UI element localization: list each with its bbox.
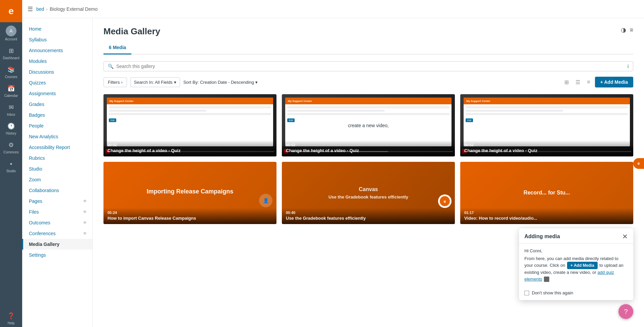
conferences-eye-icon: 👁 bbox=[83, 231, 87, 236]
nav-item-rubrics[interactable]: Rubrics bbox=[22, 153, 92, 164]
nav-item-conferences[interactable]: Conferences 👁 bbox=[22, 228, 92, 239]
help-fab-button[interactable]: ? bbox=[618, 304, 633, 319]
popup-close-button[interactable]: ✕ bbox=[622, 233, 628, 240]
media-card-1[interactable]: My Support Center Edit ● bbox=[103, 94, 276, 156]
nav-item-discussions[interactable]: Discussions bbox=[22, 67, 92, 77]
media-card-2[interactable]: My Support Center Edit ● bbox=[282, 94, 455, 156]
popup-footer: Don't show this again bbox=[519, 287, 633, 300]
nav-item-media-gallery[interactable]: Media Gallery bbox=[22, 239, 92, 250]
nav-item-home[interactable]: Home bbox=[22, 24, 92, 34]
card-2-screenshot: My Support Center Edit bbox=[285, 98, 452, 146]
calendar-icon: 📅 bbox=[7, 84, 15, 93]
card-4-info: 05:24 How to import Canvas Release Campa… bbox=[103, 208, 276, 224]
nav-item-pages[interactable]: Pages 👁 bbox=[22, 196, 92, 207]
sort-dropdown[interactable]: Sort By: Creation Date - Descending ▾ bbox=[183, 80, 258, 85]
breadcrumb: bed › Biology External Demo bbox=[36, 6, 97, 12]
media-card-3[interactable]: My Support Center Edit ● bbox=[460, 94, 633, 156]
contrast-icon[interactable]: ◑ bbox=[621, 26, 626, 34]
nav-item-assignments[interactable]: Assignments bbox=[22, 88, 92, 99]
main-area: ☰ bed › Biology External Demo Home Sylla… bbox=[22, 0, 644, 327]
menu-icon[interactable]: ☰ bbox=[28, 5, 33, 13]
sidebar-item-courses[interactable]: 📚 Courses bbox=[0, 62, 22, 81]
sidebar-item-account[interactable]: A Account bbox=[0, 22, 22, 43]
card-5-info: 00:40 Use the Gradebook features efficie… bbox=[282, 208, 455, 224]
breadcrumb-separator: › bbox=[46, 6, 48, 12]
nav-item-settings[interactable]: Settings bbox=[22, 250, 92, 260]
studio-icon: ▪ bbox=[7, 159, 15, 168]
popup-dont-show-checkbox[interactable] bbox=[524, 291, 529, 295]
media-card-5[interactable]: Canvas Use the Gradebook features effici… bbox=[282, 162, 455, 224]
nav-item-people[interactable]: People bbox=[22, 120, 92, 131]
compact-view-button[interactable]: ≡ bbox=[585, 78, 592, 86]
grid-view-button[interactable]: ⊞ bbox=[562, 78, 571, 87]
nav-item-zoom[interactable]: Zoom bbox=[22, 174, 92, 185]
page-title: Media Gallery bbox=[103, 26, 633, 37]
nav-item-new-analytics[interactable]: New Analytics bbox=[22, 131, 92, 142]
nav-item-studio[interactable]: Studio bbox=[22, 164, 92, 174]
popup-add-media-button[interactable]: + Add Media bbox=[567, 262, 598, 269]
nav-item-modules[interactable]: Modules bbox=[22, 56, 92, 67]
sidebar-item-commons[interactable]: ⚙ Commons bbox=[0, 137, 22, 156]
card-6-title: Video: How to record video/audio... bbox=[464, 216, 629, 221]
canvas-float-button[interactable]: e bbox=[633, 158, 644, 169]
nav-item-announcements[interactable]: Announcements bbox=[22, 45, 92, 56]
commons-icon: ⚙ bbox=[7, 141, 15, 149]
account-label: Account bbox=[5, 37, 17, 41]
card-1-duration: 00:52 bbox=[108, 143, 272, 147]
nav-item-quizzes[interactable]: Quizzes bbox=[22, 77, 92, 88]
card-4-duration: 05:24 bbox=[108, 211, 272, 215]
nav-item-syllabus[interactable]: Syllabus bbox=[22, 34, 92, 45]
history-icon: 🕐 bbox=[7, 122, 15, 131]
add-media-button[interactable]: + Add Media bbox=[595, 77, 633, 87]
nav-item-grades[interactable]: Grades bbox=[22, 99, 92, 110]
nav-item-outcomes[interactable]: Outcomes 👁 bbox=[22, 217, 92, 228]
topbar: ☰ bed › Biology External Demo bbox=[22, 0, 644, 18]
filters-button[interactable]: Filters › bbox=[103, 77, 127, 87]
sidebar-item-studio[interactable]: ▪ Studio bbox=[0, 156, 22, 175]
search-input[interactable] bbox=[116, 64, 625, 69]
card-1-title: Change the height of a video - Quiz bbox=[108, 148, 272, 154]
card-5-subtitle: Use the Gradebook features efficiently bbox=[329, 194, 409, 199]
nav-item-badges[interactable]: Badges bbox=[22, 110, 92, 120]
card-6-main-title: Record... for Stu... bbox=[524, 189, 570, 196]
popup-header: Adding media ✕ bbox=[519, 228, 633, 244]
outcomes-eye-icon: 👁 bbox=[83, 220, 87, 225]
calendar-label: Calendar bbox=[4, 94, 18, 98]
card-3-duration: 00:52 bbox=[464, 143, 629, 147]
search-in-dropdown[interactable]: Search In: All Fields ▾ bbox=[130, 77, 180, 87]
list-view-button[interactable]: ☰ bbox=[573, 78, 582, 87]
card-6-duration: 01:17 bbox=[464, 211, 629, 215]
nav-item-accessibility-report[interactable]: Accessibility Report bbox=[22, 142, 92, 153]
sidebar-item-inbox[interactable]: ✉ Inbox bbox=[0, 100, 22, 118]
media-card-4[interactable]: Importing Release Campaigns 👤 05:24 How … bbox=[103, 162, 276, 224]
breadcrumb-bed[interactable]: bed bbox=[36, 6, 44, 12]
sidebar-item-help[interactable]: ❓ Help bbox=[0, 308, 22, 327]
card-4-main-title: Importing Release Campaigns bbox=[146, 188, 233, 195]
tabs-bar: 6 Media bbox=[103, 42, 633, 54]
commons-label: Commons bbox=[3, 150, 19, 154]
help-fab-icon: ? bbox=[624, 308, 628, 316]
card-2-info: 00:52 Change the height of a video - Qui… bbox=[282, 140, 455, 156]
tab-6-media[interactable]: 6 Media bbox=[103, 42, 131, 54]
list-view-icon[interactable]: ≡ bbox=[630, 27, 633, 34]
canvas-logo[interactable]: e bbox=[0, 0, 22, 22]
info-icon[interactable]: ℹ bbox=[627, 64, 629, 69]
media-card-6[interactable]: Record... for Stu... 01:17 Video: How to… bbox=[460, 162, 633, 224]
media-grid: My Support Center Edit ● bbox=[103, 94, 633, 224]
sidebar-item-dashboard[interactable]: ⊞ Dashboard bbox=[0, 43, 22, 62]
files-eye-icon: 👁 bbox=[83, 210, 87, 214]
card-3-info: 00:52 Change the height of a video - Qui… bbox=[460, 140, 633, 156]
card-2-title: Change the height of a video - Quiz bbox=[286, 148, 451, 154]
page-content: Media Gallery ◑ ≡ 6 Media 🔍 ℹ Filters › bbox=[93, 18, 644, 327]
quiz-icon bbox=[544, 277, 549, 282]
courses-label: Courses bbox=[5, 75, 17, 79]
card-5-title: Use the Gradebook features efficiently bbox=[286, 216, 451, 221]
sidebar-item-history[interactable]: 🕐 History bbox=[0, 118, 22, 137]
card-3-title: Change the height of a video - Quiz bbox=[464, 148, 629, 154]
card-5-duration: 00:40 bbox=[286, 211, 451, 215]
dashboard-label: Dashboard bbox=[3, 56, 19, 60]
sidebar-item-calendar[interactable]: 📅 Calendar bbox=[0, 81, 22, 100]
nav-item-collaborations[interactable]: Collaborations bbox=[22, 185, 92, 196]
nav-item-files[interactable]: Files 👁 bbox=[22, 207, 92, 217]
card-3-screenshot: My Support Center Edit bbox=[464, 98, 630, 146]
